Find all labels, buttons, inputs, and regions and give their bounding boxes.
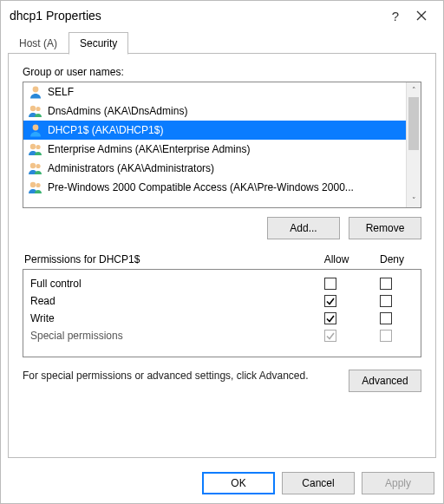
permissions-header: Permissions for DHCP1$ Allow Deny bbox=[23, 253, 421, 265]
principal-item[interactable]: Enterprise Admins (AKA\Enterprise Admins… bbox=[23, 140, 406, 159]
allow-checkbox[interactable] bbox=[324, 295, 336, 307]
allow-column-header: Allow bbox=[309, 253, 364, 265]
tab-label: Host (A) bbox=[19, 37, 57, 49]
svg-point-9 bbox=[36, 183, 40, 187]
principal-name: DHCP1$ (AKA\DHCP1$) bbox=[48, 124, 163, 136]
permission-deny-cell bbox=[358, 278, 414, 290]
principal-name: Enterprise Admins (AKA\Enterprise Admins… bbox=[48, 143, 250, 155]
permission-allow-cell bbox=[303, 295, 358, 307]
user-icon bbox=[27, 85, 44, 99]
allow-checkbox bbox=[324, 330, 336, 342]
deny-column-header: Deny bbox=[364, 253, 420, 265]
svg-point-3 bbox=[33, 125, 39, 131]
tab-security[interactable]: Security bbox=[69, 32, 128, 55]
svg-point-6 bbox=[30, 163, 36, 168]
tab-body-security: Group or user names: SELFDnsAdmins (AKA\… bbox=[8, 54, 436, 458]
svg-point-0 bbox=[33, 87, 39, 93]
group-icon bbox=[27, 104, 44, 118]
dialog-footer: OK Cancel Apply bbox=[1, 465, 443, 503]
scrollbar[interactable]: ˄ ˅ bbox=[406, 82, 421, 207]
permission-deny-cell bbox=[358, 330, 414, 342]
scroll-thumb[interactable] bbox=[408, 97, 419, 150]
principals-list[interactable]: SELFDnsAdmins (AKA\DnsAdmins)DHCP1$ (AKA… bbox=[23, 82, 421, 208]
deny-checkbox[interactable] bbox=[380, 295, 392, 307]
titlebar: dhcp1 Properties ? bbox=[1, 1, 443, 30]
permission-name: Read bbox=[30, 295, 303, 307]
principal-item[interactable]: Administrators (AKA\Administrators) bbox=[23, 159, 406, 178]
principal-item[interactable]: SELF bbox=[23, 82, 406, 101]
principal-item[interactable]: Pre-Windows 2000 Compatible Access (AKA\… bbox=[23, 178, 406, 197]
svg-point-7 bbox=[36, 164, 40, 168]
group-icon bbox=[27, 161, 44, 175]
permission-allow-cell bbox=[303, 278, 358, 290]
deny-checkbox[interactable] bbox=[380, 278, 392, 290]
permission-deny-cell bbox=[358, 312, 414, 324]
advanced-note: For special permissions or advanced sett… bbox=[23, 370, 338, 383]
principal-name: SELF bbox=[48, 86, 74, 98]
group-icon bbox=[27, 142, 44, 156]
permission-name: Full control bbox=[30, 278, 303, 290]
deny-checkbox[interactable] bbox=[380, 312, 392, 324]
permission-allow-cell bbox=[303, 312, 358, 324]
principal-item[interactable]: DHCP1$ (AKA\DHCP1$) bbox=[23, 121, 406, 140]
tab-host-a-[interactable]: Host (A) bbox=[8, 32, 69, 54]
permission-row: Full control bbox=[30, 275, 414, 292]
cancel-button[interactable]: Cancel bbox=[282, 472, 355, 494]
apply-button[interactable]: Apply bbox=[362, 472, 434, 494]
permission-deny-cell bbox=[358, 295, 414, 307]
remove-button[interactable]: Remove bbox=[349, 217, 421, 239]
scroll-track[interactable] bbox=[407, 97, 421, 193]
ok-button[interactable]: OK bbox=[202, 472, 275, 494]
permission-row: Read bbox=[30, 292, 414, 310]
permission-row: Special permissions bbox=[30, 327, 414, 344]
advanced-button[interactable]: Advanced bbox=[349, 370, 421, 392]
tab-label: Security bbox=[80, 37, 117, 49]
principal-name: Pre-Windows 2000 Compatible Access (AKA\… bbox=[48, 181, 354, 193]
close-button[interactable] bbox=[408, 10, 434, 21]
svg-point-4 bbox=[30, 144, 36, 149]
deny-checkbox bbox=[380, 330, 392, 342]
svg-point-5 bbox=[36, 145, 40, 149]
principal-name: DnsAdmins (AKA\DnsAdmins) bbox=[48, 105, 187, 117]
allow-checkbox[interactable] bbox=[324, 278, 336, 290]
principal-name: Administrators (AKA\Administrators) bbox=[48, 162, 214, 174]
permission-name: Special permissions bbox=[30, 330, 303, 342]
svg-point-8 bbox=[30, 182, 36, 187]
permission-allow-cell bbox=[303, 330, 358, 342]
properties-dialog: dhcp1 Properties ? Host (A)Security Grou… bbox=[0, 0, 444, 504]
permission-row: Write bbox=[30, 310, 414, 327]
window-title: dhcp1 Properties bbox=[10, 9, 382, 23]
scroll-up-icon[interactable]: ˄ bbox=[407, 82, 421, 97]
svg-point-2 bbox=[36, 107, 40, 111]
user-icon bbox=[27, 123, 44, 137]
permission-name: Write bbox=[30, 312, 303, 324]
group-icon bbox=[27, 180, 44, 194]
permissions-box: Full controlReadWriteSpecial permissions bbox=[23, 269, 421, 357]
principal-item[interactable]: DnsAdmins (AKA\DnsAdmins) bbox=[23, 101, 406, 121]
help-button[interactable]: ? bbox=[382, 9, 408, 23]
group-label: Group or user names: bbox=[23, 66, 421, 78]
permissions-label: Permissions for DHCP1$ bbox=[24, 253, 309, 265]
add-button[interactable]: Add... bbox=[267, 217, 340, 239]
allow-checkbox[interactable] bbox=[324, 312, 336, 324]
scroll-down-icon[interactable]: ˅ bbox=[407, 193, 421, 207]
tabstrip: Host (A)Security bbox=[1, 32, 443, 54]
svg-point-1 bbox=[30, 106, 36, 111]
